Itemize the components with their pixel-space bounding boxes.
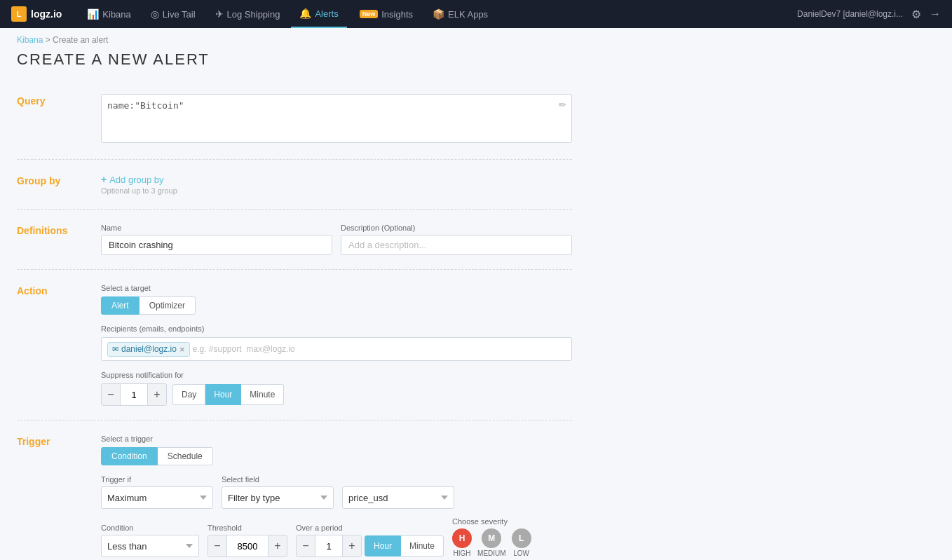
recipient-email: daniel@logz.io (121, 344, 177, 354)
condition-select[interactable]: Less than Greater than Equal to (101, 535, 199, 557)
over-period-group: Over a period − + Hour Minute (296, 524, 444, 557)
severity-medium-button[interactable]: M MEDIUM (477, 528, 506, 557)
target-optimizer-button[interactable]: Optimizer (140, 296, 196, 315)
settings-icon[interactable]: ⚙ (911, 8, 921, 21)
query-input[interactable]: name:"Bitcoin" (101, 94, 572, 143)
trigger-if-select[interactable]: Maximum Minimum Average Sum Count (101, 486, 213, 509)
period-unit-group: Hour Minute (365, 535, 444, 556)
recipients-box: ✉ daniel@logz.io × (101, 337, 572, 361)
severity-group: Choose severity H HIGH M MEDIUM L LOW (452, 517, 531, 557)
target-select-label: Select a target (101, 284, 572, 292)
recipients-label: Recipients (emails, endpoints) (101, 325, 572, 333)
kibana-icon: 📊 (87, 8, 99, 20)
severity-low-label: LOW (513, 549, 529, 557)
trigger-condition-button[interactable]: Condition (101, 447, 158, 465)
add-groupby-button[interactable]: + Add group by (101, 174, 572, 185)
severity-high-label: HIGH (454, 549, 471, 557)
period-increment-button[interactable]: + (343, 535, 361, 556)
description-field: Description (Optional) (341, 224, 572, 255)
definitions-label: Definitions (17, 224, 101, 255)
suppress-hour-button[interactable]: Hour (205, 384, 241, 405)
suppress-stepper: − + (101, 383, 167, 406)
nav-logshipping[interactable]: ✈ Log Shipping (207, 0, 289, 28)
suppress-minute-button[interactable]: Minute (241, 384, 284, 405)
severity-low-circle: L (512, 528, 531, 548)
severity-medium-label: MEDIUM (477, 549, 506, 557)
logout-icon[interactable]: → (930, 8, 941, 20)
nav-kibana-label: Kibana (102, 9, 130, 20)
query-edit-icon[interactable]: ✏ (559, 100, 566, 110)
nav-alerts[interactable]: 🔔 Alerts (291, 0, 346, 28)
groupby-content: + Add group by Optional up to 3 group (101, 174, 572, 195)
groupby-optional-text: Optional up to 3 group (101, 186, 572, 195)
breadcrumb: Kibana > Create an alert (0, 28, 952, 48)
period-stepper: − + (296, 535, 362, 557)
breadcrumb-parent[interactable]: Kibana (17, 35, 43, 45)
field-value-group: price_usd (342, 484, 454, 509)
query-box: name:"Bitcoin" ✏ (101, 94, 572, 145)
trigger-label: Trigger (17, 435, 101, 560)
logo-text: logz.io (31, 8, 62, 20)
nav-insights[interactable]: New Insights (350, 0, 421, 28)
definitions-row: Name Description (Optional) (101, 224, 572, 255)
filter-by-select[interactable]: Filter by type (222, 486, 334, 509)
logshipping-icon: ✈ (215, 8, 224, 20)
period-value-input[interactable] (315, 535, 343, 556)
suppress-row: − + Day Hour Minute (101, 383, 572, 406)
name-input[interactable] (101, 235, 332, 255)
over-period-label: Over a period (296, 524, 444, 532)
period-minute-button[interactable]: Minute (401, 535, 444, 556)
threshold-input[interactable] (226, 535, 268, 556)
trigger-section: Trigger Select a trigger Condition Sched… (17, 421, 572, 560)
elkapps-icon: 📦 (433, 8, 444, 20)
groupby-section: Group by + Add group by Optional up to 3… (17, 160, 572, 210)
trigger-if-row: Trigger if Maximum Minimum Average Sum C… (101, 475, 572, 509)
threshold-label: Threshold (208, 524, 287, 532)
severity-low-button[interactable]: L LOW (512, 528, 531, 557)
navbar-user[interactable]: DanielDev7 [daniel@logz.i... (797, 9, 903, 19)
trigger-select-label: Select a trigger (101, 435, 572, 443)
field-value-select[interactable]: price_usd (342, 486, 454, 509)
suppress-decrement-button[interactable]: − (102, 384, 120, 405)
threshold-decrement-button[interactable]: − (208, 535, 226, 556)
add-groupby-plus: + (101, 174, 107, 185)
target-alert-button[interactable]: Alert (101, 296, 140, 315)
description-input[interactable] (341, 235, 572, 255)
query-section: Query name:"Bitcoin" ✏ (17, 80, 572, 160)
trigger-if-label: Trigger if (101, 475, 213, 484)
name-label: Name (101, 224, 332, 232)
email-icon: ✉ (112, 345, 118, 354)
period-hour-button[interactable]: Hour (365, 535, 401, 556)
suppress-increment-button[interactable]: + (148, 384, 166, 405)
select-field-group: Select field Filter by type (222, 475, 334, 509)
recipient-tag-daniel: ✉ daniel@logz.io × (107, 342, 190, 357)
nav-livetail[interactable]: ◎ Live Tail (142, 0, 204, 28)
suppress-value-input[interactable] (120, 384, 148, 405)
recipient-remove-button[interactable]: × (179, 344, 185, 355)
description-label: Description (Optional) (341, 224, 572, 232)
condition-label: Condition (101, 524, 199, 532)
threshold-increment-button[interactable]: + (268, 535, 287, 556)
trigger-if-group: Trigger if Maximum Minimum Average Sum C… (101, 475, 213, 509)
nav-kibana[interactable]: 📊 Kibana (79, 0, 139, 28)
trigger-schedule-button[interactable]: Schedule (158, 447, 213, 465)
action-section: Action Select a target Alert Optimizer R… (17, 270, 572, 421)
livetail-icon: ◎ (151, 8, 159, 20)
nav-elkapps[interactable]: 📦 ELK Apps (424, 0, 496, 28)
nav-alerts-label: Alerts (315, 8, 338, 19)
nav-logshipping-label: Log Shipping (227, 9, 280, 20)
suppress-unit-group: Day Hour Minute (172, 384, 284, 405)
suppress-day-button[interactable]: Day (172, 384, 205, 405)
query-content: name:"Bitcoin" ✏ (101, 94, 572, 145)
nav-items: 📊 Kibana ◎ Live Tail ✈ Log Shipping 🔔 Al… (79, 0, 797, 28)
definitions-section: Definitions Name Description (Optional) (17, 210, 572, 270)
logo[interactable]: L logz.io (11, 6, 62, 22)
main-content: Query name:"Bitcoin" ✏ Group by + Add gr… (0, 80, 589, 560)
definitions-content: Name Description (Optional) (101, 224, 572, 255)
condition-row: Condition Less than Greater than Equal t… (101, 517, 572, 557)
threshold-stepper: − + (208, 535, 287, 557)
period-decrement-button[interactable]: − (297, 535, 315, 556)
trigger-content: Select a trigger Condition Schedule Trig… (101, 435, 572, 560)
recipients-input[interactable] (193, 344, 566, 354)
severity-high-button[interactable]: H HIGH (452, 528, 472, 557)
